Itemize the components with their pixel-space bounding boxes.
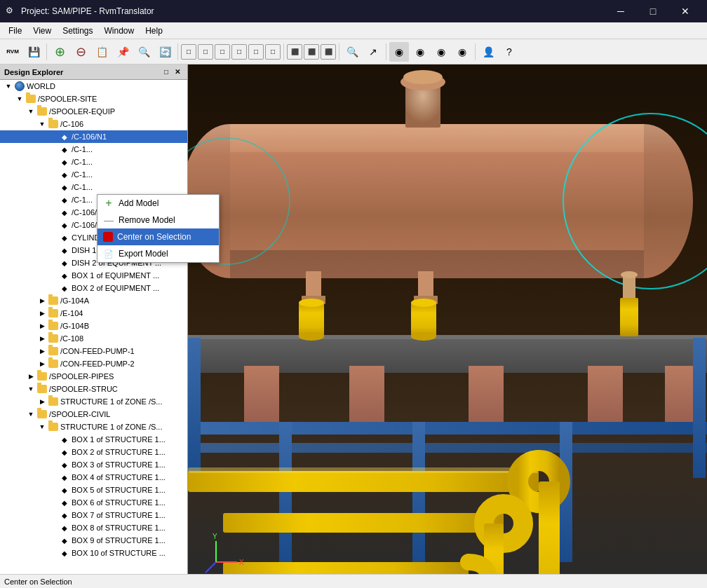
remove-model-label: Remove Model xyxy=(119,215,175,225)
expander-con-feed-1: ▶ xyxy=(36,346,48,357)
tree-item-c106-5[interactable]: ◆ /C-1... xyxy=(0,181,187,193)
item-icon-box6-struc: ◆ xyxy=(59,497,70,508)
tree-item-spooler-civil[interactable]: ▼ /SPOOLER-CIVIL xyxy=(0,408,187,421)
toolbar-remove[interactable]: ⊖ xyxy=(71,42,90,62)
tree-item-con-feed-1[interactable]: ▶ /CON-FEED-PUMP-1 xyxy=(0,345,187,357)
context-remove-model[interactable]: — Remove Model xyxy=(97,212,219,228)
toolbar-view5[interactable]: □ xyxy=(248,44,264,60)
context-export-model[interactable]: 📄 Export Model xyxy=(97,245,219,262)
tree-item-spooler-site[interactable]: ▼ /SPOOLER-SITE xyxy=(0,93,187,105)
menu-settings[interactable]: Settings xyxy=(57,23,98,39)
panel-close-btn[interactable]: ✕ xyxy=(172,67,183,78)
menu-window[interactable]: Window xyxy=(99,23,140,39)
box7-struc-label: BOX 7 of STRUCTURE 1... xyxy=(72,511,187,519)
expander-box9-struc xyxy=(48,535,59,546)
toolbar-view4[interactable]: □ xyxy=(231,44,247,60)
toolbar-view2[interactable]: □ xyxy=(198,44,213,60)
c106-3-label: /C-1... xyxy=(72,158,187,166)
tree-item-c106-4[interactable]: ◆ /C-1... xyxy=(0,168,187,181)
svg-rect-31 xyxy=(188,422,707,435)
tree-item-world[interactable]: ▼ WORLD xyxy=(0,80,187,93)
toolbar-view3[interactable]: □ xyxy=(215,44,230,60)
toolbar-refresh[interactable]: 🔄 xyxy=(155,42,175,62)
tree-item-c106-n1[interactable]: ◆ /C-106/N1 xyxy=(0,130,187,143)
tree-item-g104b[interactable]: ▶ /G-104B xyxy=(0,320,187,332)
tree-item-box6-struc[interactable]: ◆ BOX 6 of STRUCTURE 1... xyxy=(0,496,187,509)
tree-item-struc-zone-1[interactable]: ▶ STRUCTURE 1 of ZONE /S... xyxy=(0,395,187,408)
item-icon-box9-struc: ◆ xyxy=(59,535,70,546)
toolbar-select4[interactable]: ◉ xyxy=(452,42,472,62)
export-model-icon: 📄 xyxy=(103,248,114,259)
tree-item-box9-struc[interactable]: ◆ BOX 9 of STRUCTURE 1... xyxy=(0,534,187,547)
tree-item-g104a[interactable]: ▶ /G-104A xyxy=(0,294,187,307)
toolbar-search[interactable]: 🔍 xyxy=(134,42,154,62)
folder-icon-struc-zone-1 xyxy=(48,396,59,407)
tree-item-box2-equip[interactable]: ◆ BOX 2 of EQUIPMENT ... xyxy=(0,282,187,294)
minimize-button[interactable]: ─ xyxy=(605,0,637,22)
context-center-selection[interactable]: Center on Selection xyxy=(97,228,219,245)
tree-item-c106-2[interactable]: ◆ /C-1... xyxy=(0,143,187,156)
toolbar-view1[interactable]: □ xyxy=(181,44,196,60)
context-add-model[interactable]: + Add Model xyxy=(97,195,219,212)
toolbar-select[interactable]: ◉ xyxy=(389,42,409,62)
tree-item-box3-struc[interactable]: ◆ BOX 3 of STRUCTURE 1... xyxy=(0,458,187,471)
tree-item-box2-struc[interactable]: ◆ BOX 2 of STRUCTURE 1... xyxy=(0,446,187,458)
maximize-button[interactable]: □ xyxy=(637,0,669,22)
item-icon-box4-struc: ◆ xyxy=(59,472,70,483)
toolbar-user[interactable]: 👤 xyxy=(478,42,498,62)
toolbar-cube-top[interactable]: ⬛ xyxy=(287,44,302,60)
tree-item-c106-3[interactable]: ◆ /C-1... xyxy=(0,156,187,168)
expander-c106-n1 xyxy=(48,131,59,142)
panel-minimize-btn[interactable]: □ xyxy=(161,67,172,78)
toolbar-cube-right[interactable]: ⬛ xyxy=(321,44,336,60)
toolbar-pin[interactable]: 📌 xyxy=(113,42,133,62)
con-feed-2-label: /CON-FEED-PUMP-2 xyxy=(60,360,187,368)
toolbar-zoom-out[interactable]: ↗ xyxy=(363,42,383,62)
tree-item-con-feed-2[interactable]: ▶ /CON-FEED-PUMP-2 xyxy=(0,357,187,370)
tree-container[interactable]: ▼ WORLD ▼ /SPOOLER-SITE ▼ /SPOOLER-EQUIP… xyxy=(0,80,187,574)
expander-c106-n8 xyxy=(48,219,59,231)
toolbar-select3[interactable]: ◉ xyxy=(431,42,451,62)
close-button[interactable]: ✕ xyxy=(669,0,701,22)
menu-help[interactable]: Help xyxy=(140,23,168,39)
tree-item-box1-equip[interactable]: ◆ BOX 1 of EQUIPMENT ... xyxy=(0,269,187,282)
toolbar-view6[interactable]: □ xyxy=(265,44,281,60)
tree-item-spooler-equip[interactable]: ▼ /SPOOLER-EQUIP xyxy=(0,105,187,118)
expander-box5-struc xyxy=(48,484,59,495)
expander-g104b: ▶ xyxy=(36,320,48,331)
item-icon-c106-6: ◆ xyxy=(59,194,70,205)
menu-view[interactable]: View xyxy=(27,23,57,39)
tree-item-e104[interactable]: ▶ /E-104 xyxy=(0,307,187,320)
box1-struc-label: BOX 1 of STRUCTURE 1... xyxy=(72,435,187,444)
toolbar-help[interactable]: ? xyxy=(499,42,519,62)
design-explorer-panel: Design Explorer □ ✕ ▼ WORLD ▼ /SPOOLER-S… xyxy=(0,64,188,574)
toolbar-add[interactable]: ⊕ xyxy=(50,42,69,62)
tree-item-c106[interactable]: ▼ /C-106 xyxy=(0,118,187,130)
svg-point-21 xyxy=(299,299,324,307)
folder-icon-con-feed-1 xyxy=(48,346,59,357)
box6-struc-label: BOX 6 of STRUCTURE 1... xyxy=(72,498,187,507)
tree-item-box10-struc[interactable]: ◆ BOX 10 of STRUCTURE ... xyxy=(0,547,187,559)
toolbar-cube-front[interactable]: ⬛ xyxy=(304,44,319,60)
toolbar-rvm[interactable]: RVM xyxy=(3,42,22,62)
tree-item-c108[interactable]: ▶ /C-108 xyxy=(0,332,187,345)
toolbar-zoom-search[interactable]: 🔍 xyxy=(342,42,362,62)
tree-item-box5-struc[interactable]: ◆ BOX 5 of STRUCTURE 1... xyxy=(0,484,187,496)
toolbar-select2[interactable]: ◉ xyxy=(410,42,430,62)
tree-item-box8-struc[interactable]: ◆ BOX 8 of STRUCTURE 1... xyxy=(0,521,187,534)
menu-file[interactable]: File xyxy=(3,23,27,39)
expander-struc-zone-1: ▶ xyxy=(36,396,48,407)
expander-c106: ▼ xyxy=(36,118,48,130)
viewport[interactable]: X Y Z xyxy=(188,64,707,574)
toolbar-copy[interactable]: 📋 xyxy=(92,42,112,62)
tree-item-box7-struc[interactable]: ◆ BOX 7 of STRUCTURE 1... xyxy=(0,509,187,521)
expander-c106-2 xyxy=(48,144,59,155)
tree-item-box4-struc[interactable]: ◆ BOX 4 of STRUCTURE 1... xyxy=(0,471,187,484)
item-icon-cylinder1: ◆ xyxy=(59,232,70,243)
tree-item-spooler-pipes[interactable]: ▶ /SPOOLER-PIPES xyxy=(0,370,187,383)
tree-item-spooler-struc[interactable]: ▼ /SPOOLER-STRUC xyxy=(0,383,187,395)
tree-item-struc-zone-civil[interactable]: ▼ STRUCTURE 1 of ZONE /S... xyxy=(0,421,187,433)
folder-icon-spooler-pipes xyxy=(36,371,48,382)
tree-item-box1-struc[interactable]: ◆ BOX 1 of STRUCTURE 1... xyxy=(0,433,187,446)
toolbar-save[interactable]: 💾 xyxy=(24,42,43,62)
